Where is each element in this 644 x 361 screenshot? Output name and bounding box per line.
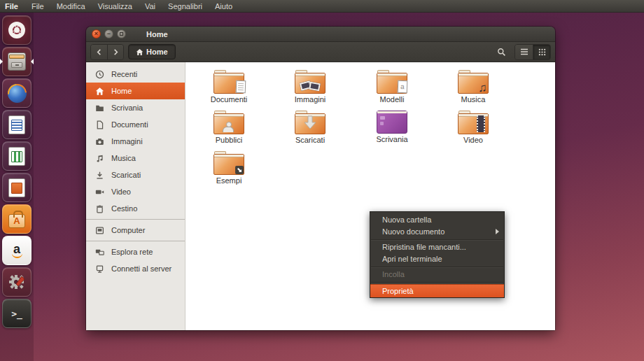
menu-visualizza[interactable]: Visualizza: [92, 0, 139, 13]
libreoffice-writer-icon[interactable]: [2, 110, 31, 139]
menu-item-nuovo-documento[interactable]: Nuovo documento: [370, 226, 504, 238]
clock-icon: [95, 70, 104, 79]
desktop-emblem-icon: [377, 111, 407, 134]
firefox-globe-icon: [8, 84, 27, 103]
photos-emblem-icon: [309, 82, 321, 91]
terminal-icon[interactable]: >_: [2, 299, 31, 328]
sidebar-item-cestino[interactable]: Cestino: [86, 200, 185, 217]
document-emblem-icon: [236, 80, 246, 93]
titlebar[interactable]: × − Home: [86, 27, 555, 42]
menu-modifica[interactable]: Modifica: [50, 0, 92, 13]
view-toggle-group: [514, 44, 551, 60]
grid-view-button[interactable]: [533, 45, 550, 59]
server-monitor-icon: [95, 264, 104, 274]
sidebar-separator: [86, 241, 185, 241]
folder-modelli[interactable]: a Modelli: [360, 70, 424, 104]
folder-icon: [214, 111, 244, 134]
libreoffice-calc-icon[interactable]: [2, 141, 31, 171]
menu-vai[interactable]: Vai: [139, 0, 162, 13]
history-nav-group: [90, 44, 124, 60]
menu-aiuto[interactable]: Aiuto: [209, 0, 239, 13]
close-button[interactable]: ×: [92, 29, 101, 38]
menu-item-incolla: Incolla: [370, 269, 504, 281]
home-icon: [95, 87, 104, 96]
menu-item-ripristina-file-mancanti[interactable]: Ripristina file mancanti...: [370, 241, 504, 253]
ubuntu-dash-icon[interactable]: [2, 15, 31, 45]
camera-icon: [95, 137, 104, 146]
back-button[interactable]: [91, 45, 107, 59]
software-center-icon[interactable]: A: [2, 204, 31, 234]
submenu-arrow-icon: [496, 229, 499, 234]
calc-spreadsheet-icon: [8, 147, 25, 166]
folder-documenti[interactable]: Documenti: [197, 70, 260, 104]
person-emblem-icon: [223, 122, 235, 133]
folder-icon: a: [377, 70, 407, 94]
focused-indicator-arrow: [31, 59, 34, 64]
folder-immagini[interactable]: Immagini: [279, 70, 342, 104]
forward-button[interactable]: [107, 45, 123, 59]
libreoffice-impress-icon[interactable]: [2, 173, 31, 202]
global-menubar: File File Modifica Visualizza Vai Segnal…: [0, 0, 644, 13]
sidebar-item-esplora-rete[interactable]: Esplora rete: [86, 243, 185, 260]
folder-icon: [95, 104, 104, 113]
folder-icon: ♫: [458, 70, 489, 94]
breadcrumb-home-button[interactable]: Home: [128, 44, 176, 59]
sidebar-separator: [86, 219, 185, 220]
maximize-button[interactable]: [117, 29, 126, 38]
link-arrow-emblem-icon: [235, 166, 244, 174]
folder-musica[interactable]: ♫ Musica: [442, 70, 505, 104]
download-arrow-icon: [95, 171, 104, 180]
folder-scaricati[interactable]: Scaricati: [279, 111, 342, 144]
folder-pubblici[interactable]: Pubblici: [197, 111, 260, 144]
unity-launcher: A a >_: [0, 13, 34, 361]
menu-item-proprieta[interactable]: Proprietà: [370, 284, 504, 297]
folder-esempi[interactable]: Esempi: [197, 151, 260, 185]
video-camera-icon: [95, 187, 104, 197]
menu-file[interactable]: File: [25, 0, 50, 13]
sidebar-item-video[interactable]: Video: [86, 183, 185, 200]
menu-item-apri-nel-terminale[interactable]: Apri nel terminale: [370, 253, 504, 265]
sidebar-item-musica[interactable]: Musica: [86, 150, 185, 167]
music-note-emblem-icon: ♫: [478, 81, 487, 95]
folder-icon: [214, 70, 244, 94]
amazon-icon[interactable]: a: [2, 236, 31, 265]
sidebar-item-immagini[interactable]: Immagini: [86, 133, 185, 150]
minimize-button[interactable]: −: [104, 29, 113, 38]
gear-wrench-icon: [7, 272, 27, 292]
network-icon: [95, 248, 104, 257]
folder-icon: [295, 70, 326, 94]
shopping-bag-icon: A: [8, 214, 25, 228]
chevron-left-icon: [96, 49, 102, 55]
search-button[interactable]: [493, 45, 510, 59]
writer-document-icon: [8, 115, 25, 134]
menu-item-nuova-cartella[interactable]: Nuova cartella: [370, 214, 504, 226]
running-indicator-arrow: [0, 59, 3, 64]
prompt-icon: >_: [11, 309, 22, 319]
file-cabinet-icon: [8, 52, 26, 71]
files-app-icon[interactable]: [2, 47, 31, 76]
computer-icon: [95, 226, 104, 235]
list-view-icon: [520, 48, 528, 55]
home-icon: [136, 48, 144, 56]
sidebar-item-scrivania[interactable]: Scrivania: [86, 99, 185, 116]
sidebar-item-computer[interactable]: Computer: [86, 222, 185, 239]
trash-icon: [95, 204, 104, 213]
impress-presentation-icon: [8, 178, 25, 197]
sidebar-item-documenti[interactable]: Documenti: [86, 116, 185, 133]
system-settings-icon[interactable]: [2, 267, 31, 297]
firefox-icon[interactable]: [2, 78, 31, 108]
folder-icon: [458, 111, 489, 134]
sidebar-item-scaricati[interactable]: Scaricati: [86, 167, 185, 183]
sidebar-item-connetti-al-server[interactable]: Connetti al server: [86, 260, 185, 277]
places-sidebar: Recenti Home Scrivania Documenti Immagin…: [86, 62, 186, 330]
sidebar-item-recenti[interactable]: Recenti: [86, 66, 185, 83]
list-view-button[interactable]: [515, 45, 533, 59]
sidebar-item-home[interactable]: Home: [86, 83, 185, 99]
filmstrip-emblem-icon: [477, 115, 485, 132]
amazon-a-icon: a: [13, 243, 20, 255]
folder-scrivania[interactable]: Scrivania: [360, 111, 424, 143]
focused-app-name: File: [0, 2, 25, 10]
folder-video[interactable]: Video: [442, 111, 505, 144]
menu-segnalibri[interactable]: Segnalibri: [162, 0, 209, 13]
toolbar: Home: [86, 42, 555, 62]
